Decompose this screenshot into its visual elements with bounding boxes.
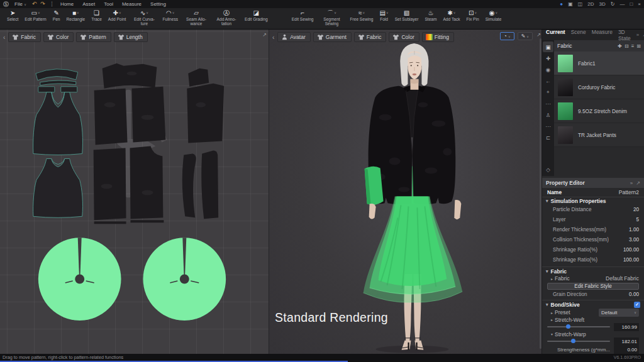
- thumbnail-view-icon[interactable]: ⊞: [636, 43, 641, 49]
- preset-dropdown[interactable]: Default ∨: [599, 309, 639, 317]
- toolbar-tool[interactable]: ▭∨ Edit Pattern: [21, 9, 49, 21]
- redo-icon[interactable]: ↷: [40, 1, 45, 7]
- cube-icon[interactable]: ◇: [543, 164, 553, 175]
- panel-tab[interactable]: Fitting: [422, 32, 454, 42]
- physical-property-icon[interactable]: ◉: [543, 64, 553, 75]
- property-value[interactable]: 100.00: [623, 247, 639, 253]
- property-value[interactable]: 100.00: [623, 257, 639, 263]
- bond-skive-header[interactable]: ▾ Bond/Skive ✓: [542, 301, 644, 309]
- toolbar-tool[interactable]: ✎∨ Pen: [50, 9, 64, 21]
- toolbar-tool[interactable]: ◪∨ Edit Grading: [242, 9, 271, 21]
- right-panel-tab[interactable]: Current: [546, 29, 565, 41]
- toolbar-tool[interactable]: ▱∨ Seam Allo-wance: [181, 9, 211, 26]
- toolbar-tool[interactable]: ◉∨ Simulate: [482, 9, 505, 21]
- more-panels-icon[interactable]: »: [636, 32, 639, 38]
- stretch-warp-slider[interactable]: [547, 341, 610, 342]
- view-2d-button[interactable]: 2D: [587, 1, 594, 8]
- pattern-pieces-canvas[interactable]: [0, 30, 269, 353]
- close-button[interactable]: ×: [638, 1, 641, 8]
- panel-tab[interactable]: Fabric: [8, 32, 41, 42]
- toolbar-tool[interactable]: ➤∨ Select: [4, 9, 21, 21]
- more-icon[interactable]: »: [630, 180, 633, 186]
- collapse-chevron-icon[interactable]: ‹: [272, 34, 274, 41]
- collapse-triangle-icon[interactable]: ▾: [551, 332, 553, 336]
- toolbar-tool[interactable]: ⌒∨ Segment Sewing: [316, 9, 347, 26]
- panel-tab[interactable]: Garment: [313, 32, 352, 42]
- property-value[interactable]: 1.00: [629, 227, 639, 233]
- stretch-weft-slider[interactable]: [547, 326, 610, 327]
- account-icon[interactable]: ●: [560, 1, 563, 8]
- toolbar-tool[interactable]: ⌐∨ Edit Sewing: [289, 9, 317, 21]
- toolbar-tool[interactable]: ◠∨ Fullness: [159, 9, 181, 21]
- collar-pattern-pieces[interactable]: [36, 69, 78, 92]
- right-panel-tab[interactable]: 3D State: [618, 29, 631, 41]
- menu-item[interactable]: Tool: [104, 1, 113, 7]
- collapse-triangle-icon[interactable]: ▸: [551, 317, 553, 322]
- tank-front-pattern[interactable]: [33, 92, 83, 155]
- stretch-warp-value[interactable]: 182.01: [614, 337, 639, 346]
- pattern-list-icon[interactable]: ▣: [543, 41, 553, 52]
- bracket-icon[interactable]: ⊏: [543, 132, 553, 143]
- expand-panel-icon[interactable]: ↗: [262, 32, 265, 38]
- toolbar-tool[interactable]: ≈∨ Free Sewing: [347, 9, 376, 21]
- toolbar-tool[interactable]: Ⓐ∨ Add Anno-tation: [211, 9, 242, 26]
- toolbar-tool[interactable]: ❏∨ Trace: [88, 9, 105, 21]
- split-view-icon[interactable]: ◫: [578, 1, 583, 8]
- stretch-weft-value[interactable]: 160.99: [614, 323, 639, 331]
- minimize-button[interactable]: —: [619, 1, 625, 8]
- file-menu[interactable]: File ∨: [14, 1, 26, 7]
- brush-style-button[interactable]: ✎∨: [518, 32, 533, 40]
- fabric-list-item[interactable]: Fabric1: [554, 52, 644, 75]
- undo-icon[interactable]: ↶: [32, 1, 37, 7]
- slider-knob[interactable]: [566, 324, 570, 329]
- arrow-left-icon[interactable]: ←: [543, 75, 553, 86]
- fabric-list-item[interactable]: 9.5OZ Stretch Denim: [554, 99, 644, 123]
- toolbar-tool[interactable]: ∿∨ Edit Curva-ture: [129, 9, 159, 26]
- panel-tab[interactable]: Length: [114, 32, 148, 42]
- toolbar-tool[interactable]: ✚∨ Add Point: [105, 9, 130, 21]
- delete-icon[interactable]: ⊟: [625, 43, 629, 49]
- bond-skive-checkbox[interactable]: ✓: [634, 302, 640, 308]
- panel-layout-icon[interactable]: ▣: [568, 1, 573, 8]
- panel-tab[interactable]: Pattern: [76, 32, 111, 42]
- stitch-line-icon[interactable]: ⋯: [543, 121, 553, 131]
- avatar-icon[interactable]: ♙: [543, 109, 553, 120]
- expand-icon[interactable]: ↗: [636, 180, 640, 186]
- tank-back-pattern[interactable]: [33, 159, 83, 218]
- pin-icon[interactable]: ⌖: [543, 87, 553, 97]
- render-style-button[interactable]: ◔∨: [500, 32, 514, 40]
- toolbar-tool[interactable]: ⊡∨ Fix Pin: [463, 9, 482, 21]
- property-value[interactable]: 20: [633, 207, 639, 212]
- panel-tab[interactable]: Color: [389, 32, 419, 42]
- property-value[interactable]: 5: [636, 217, 639, 222]
- collapse-triangle-icon[interactable]: ▸: [551, 310, 553, 315]
- add-icon[interactable]: ✚: [618, 43, 622, 49]
- menu-item[interactable]: Asset: [82, 1, 95, 7]
- simulation-properties-header[interactable]: ▾ Simulation Properties: [542, 197, 644, 205]
- property-value[interactable]: 3.00: [629, 237, 639, 243]
- menu-item[interactable]: Home: [60, 1, 74, 7]
- slider-knob[interactable]: [571, 339, 575, 343]
- strengtheness-value[interactable]: 0.00: [614, 346, 639, 354]
- sync-icon[interactable]: ↻: [611, 1, 615, 8]
- name-value[interactable]: Pattern2: [619, 189, 639, 195]
- add-fabric-icon[interactable]: ✚: [543, 53, 553, 63]
- view-3d-button[interactable]: 3D: [599, 1, 606, 8]
- toolbar-tool[interactable]: ▧∨ Set Sublayer: [392, 9, 422, 21]
- toolbar-tool[interactable]: ■∨ Rectangle: [64, 9, 89, 21]
- fabric-value[interactable]: Default Fabric: [606, 275, 639, 282]
- panel-tab[interactable]: Avatar: [277, 32, 310, 42]
- seam-line-icon[interactable]: ⋯: [543, 98, 553, 109]
- right-panel-tab[interactable]: Measure: [592, 29, 613, 41]
- toolbar-tool[interactable]: ✱∨ Add Tack: [440, 9, 463, 21]
- right-panel-tab[interactable]: Scene: [571, 29, 586, 41]
- toolbar-tool[interactable]: ♨∨ Steam: [421, 9, 440, 21]
- edit-fabric-style-button[interactable]: Edit Fabric Style: [547, 283, 639, 290]
- toolbar-tool[interactable]: ▤∨ Fold: [377, 9, 392, 21]
- menu-item[interactable]: Setting: [150, 1, 166, 7]
- panel-tab[interactable]: Color: [43, 32, 74, 42]
- collapse-chevron-icon[interactable]: ‹: [3, 34, 5, 41]
- fabric-list-item[interactable]: Corduroy Fabric: [554, 75, 644, 99]
- collapse-triangle-icon[interactable]: ▸: [551, 277, 553, 281]
- maximize-button[interactable]: □: [630, 1, 633, 8]
